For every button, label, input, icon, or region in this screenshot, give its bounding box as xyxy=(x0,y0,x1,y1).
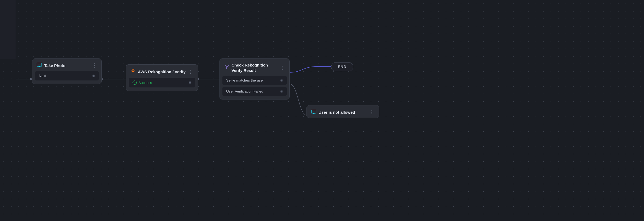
user-not-allowed-title: User is not allowed xyxy=(319,110,355,115)
check-circle-icon xyxy=(132,80,137,85)
selfie-matches-label: Selfie matches the user xyxy=(226,78,264,82)
aws-title: AWS Rekognition / Verify xyxy=(138,69,185,74)
monitor-icon xyxy=(37,63,42,68)
end-node: END xyxy=(331,62,353,71)
svg-rect-8 xyxy=(37,63,42,66)
monitor-icon-2 xyxy=(311,110,316,115)
aws-success-row: Success xyxy=(129,78,195,87)
user-not-allowed-menu[interactable]: ⋮ xyxy=(369,109,375,115)
check-header: Check Rekognition Verify Result ⋮ xyxy=(220,59,289,76)
end-label: END xyxy=(338,65,347,69)
selfie-matches-row: Selfie matches the user xyxy=(222,76,287,85)
verification-failed-connector[interactable] xyxy=(280,90,283,93)
verification-failed-label: User Verification Failed xyxy=(226,89,263,93)
aws-connector[interactable] xyxy=(189,81,191,84)
selfie-matches-connector[interactable] xyxy=(280,79,283,82)
aws-menu[interactable]: ⋮ xyxy=(188,69,194,75)
star-icon xyxy=(130,68,136,75)
check-menu[interactable]: ⋮ xyxy=(280,65,285,71)
check-body: Selfie matches the user User Verificatio… xyxy=(220,76,289,99)
aws-rekognition-node: AWS Rekognition / Verify ⋮ Success xyxy=(126,64,198,91)
next-label: Next xyxy=(39,74,46,78)
aws-header: AWS Rekognition / Verify ⋮ xyxy=(126,65,198,78)
take-photo-node: Take Photo ⋮ Next xyxy=(32,58,102,84)
take-photo-body: Next xyxy=(32,71,101,84)
left-panel xyxy=(0,0,16,59)
check-rekognition-node: Check Rekognition Verify Result ⋮ Selfie… xyxy=(219,58,290,100)
take-photo-header: Take Photo ⋮ xyxy=(32,59,101,71)
take-photo-title: Take Photo xyxy=(44,63,66,68)
user-not-allowed-node: User is not allowed ⋮ xyxy=(306,105,379,118)
aws-body: Success xyxy=(126,78,198,91)
user-not-allowed-header: User is not allowed ⋮ xyxy=(307,105,379,118)
success-label: Success xyxy=(138,81,152,85)
take-photo-menu[interactable]: ⋮ xyxy=(92,62,97,68)
success-badge: Success xyxy=(132,80,152,85)
branch-icon xyxy=(224,64,229,71)
take-photo-connector[interactable] xyxy=(92,75,95,77)
verification-failed-row: User Verification Failed xyxy=(222,87,287,96)
svg-rect-12 xyxy=(311,110,316,113)
take-photo-next-row: Next xyxy=(35,71,99,80)
check-title: Check Rekognition Verify Result xyxy=(232,62,278,73)
workflow-canvas: Take Photo ⋮ Next AWS Rekognition / Veri… xyxy=(0,0,644,221)
